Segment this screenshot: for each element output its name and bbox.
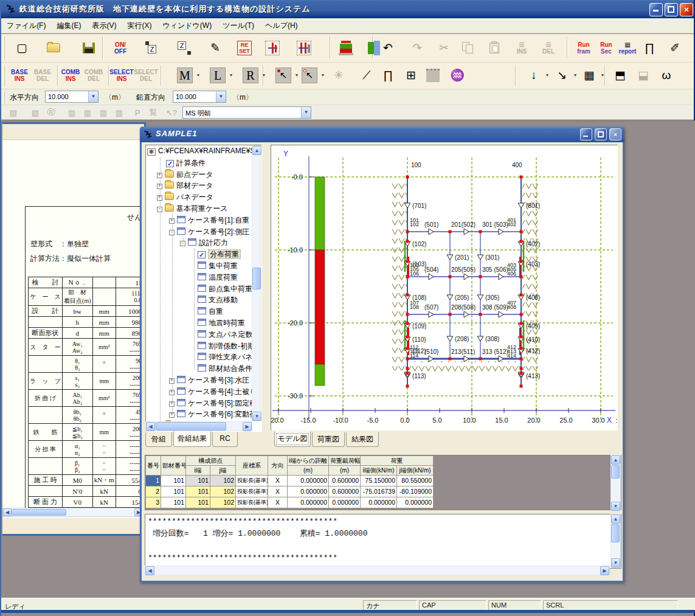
pick-member-button[interactable]: ↖ [299,65,320,86]
truss-gray-button[interactable]: ♒ [446,65,468,86]
edit-pencil-button[interactable]: ✎ [204,36,226,59]
tree-item-3[interactable]: +ケース番号[3]:水圧 [169,375,249,386]
run-frame-button[interactable]: Runfram [573,36,595,59]
view-gray-button[interactable]: ⬓ [632,65,654,86]
tree-item-CFCENAXRAINFRAMESA[interactable]: ✱C:¥FCENAX¥RAINFRAME¥SA [147,147,260,157]
new-document-button[interactable]: ▢ [11,36,33,59]
tree-item-12[interactable]: 節点集中荷重 [188,284,252,295]
tab-モデル図[interactable]: モデル図 [274,431,311,447]
tree-item-4[interactable]: +ケース番号[4]:土被り [169,387,257,398]
tree-expander-icon[interactable]: + [169,390,175,395]
frame-pi-button[interactable]: ∏ [377,65,399,86]
tree-item-10[interactable]: 集中荷重 [188,261,238,272]
sample1-close-button[interactable]: × [609,128,621,140]
close-button[interactable]: × [680,3,693,16]
model-figure-panel[interactable]: Y-0.0-10.0-20.0-30.0-20.0-15.0-10.0-5.00… [271,145,618,431]
tree-expander-icon[interactable]: + [169,218,175,224]
list-ran-icon[interactable]: 覧 [146,106,161,119]
tree-expander-icon[interactable]: + [157,184,162,189]
menu-item-4[interactable]: ウィンドウ(W) [157,18,217,33]
tree-item-17[interactable]: 割増係数-初期 [188,341,255,352]
print-icon[interactable]: ▤ [6,106,21,119]
tree-hscrollbar[interactable]: ◀ ▶ [145,421,252,431]
frame-grid-button[interactable]: ⊞ [400,65,422,86]
comb-ins-button[interactable]: COMBINS [60,65,81,86]
preview-z-icon[interactable]: ▧ [28,106,43,119]
tree-item-18[interactable]: 弾性支承バネ定 [188,352,260,363]
select-del-button[interactable]: SELECTDEL [135,65,157,86]
tree-expander-icon[interactable]: - [169,230,175,235]
frame-red-button[interactable]: ∏ [638,36,660,59]
zoom-out-z-button[interactable]: Z [173,36,195,59]
tree-expander-icon[interactable]: + [169,378,175,384]
mode-m-dropdown-icon[interactable]: ▼ [195,70,202,80]
menu-item-3[interactable]: 実行(X) [122,18,157,33]
tree-item-2[interactable]: +節点データ [157,170,213,181]
sample1-restore-button[interactable] [595,128,607,140]
tree-expander-icon[interactable]: + [157,195,162,201]
tree-item-8[interactable]: -設計応力 [180,238,228,249]
pick-gray-button[interactable]: ✳ [328,65,350,86]
tree-expander-icon[interactable]: - [180,241,185,246]
tree-expander-icon[interactable]: - [157,207,162,212]
member-fig-2-button[interactable] [293,36,315,59]
onoff-toggle-button[interactable]: ON/OFF [109,36,131,59]
redo-button[interactable]: ↷ [406,36,428,59]
comb-del-button[interactable]: COMBDEL [83,65,105,86]
tree-item-15[interactable]: 地震時荷重 [188,318,245,329]
menu-item-2[interactable]: 表示(V) [86,18,122,33]
zoom-in-z-button[interactable]: Z [141,36,163,59]
pick-node-button[interactable]: ↖ [272,65,294,86]
tab-結果図[interactable]: 結果図 [346,432,379,447]
row-insert-button[interactable]: ☰INS [511,36,533,59]
vertical-spacing-combobox[interactable]: 10.000▼ [173,91,226,103]
output-vscrollbar[interactable]: ▲ ▼ [610,514,621,568]
tree-item-9[interactable]: ✓分布荷重 [188,249,241,260]
base-ins-button[interactable]: BASEINS [9,65,30,86]
book-4-icon[interactable]: ▥ [112,106,126,119]
view-3d-button[interactable]: ⬒ [609,65,631,86]
cut-button[interactable]: ✂ [433,36,455,59]
soil-structure-button[interactable] [335,36,357,59]
load-grid-dropdown-icon[interactable]: ▼ [599,70,606,80]
row-delete-button[interactable]: ☰DEL [538,36,559,59]
load-slope-button[interactable]: ↘ [551,65,573,86]
menu-item-6[interactable]: ヘルプ(H) [260,18,303,33]
open-file-button[interactable] [44,36,66,59]
base-del-button[interactable]: BASEDEL [32,65,54,86]
load-table-row[interactable]: 3101101102投影長(基準)X0.0000000.0000000.0000… [146,497,434,508]
tree-item-2[interactable]: -ケース番号[2]:側圧 [169,227,249,238]
menu-item-1[interactable]: 編集(E) [51,18,86,33]
font-combobox[interactable]: MS 明朝▼ [182,106,311,119]
tree-item-3[interactable]: +部材データ [157,181,213,192]
paste-button[interactable] [484,36,506,59]
tree-expander-icon[interactable]: + [169,401,175,407]
book-2-icon[interactable]: ▥ [80,106,95,119]
tab-骨組[interactable]: 骨組 [145,432,172,447]
block-gray-button[interactable] [422,65,444,86]
grid-vscrollbar[interactable]: ▲ ▼ [610,455,621,511]
mode-r-button[interactable]: R [240,65,261,86]
draw-line-button[interactable]: ⟋ [356,65,378,86]
select-ins-button[interactable]: SELECTINS [111,65,133,86]
menu-item-0[interactable]: ファイル(F) [1,18,51,33]
tree-expander-icon[interactable]: + [157,173,162,178]
tab-荷重図[interactable]: 荷重図 [312,432,345,447]
pick-member-dropdown-icon[interactable]: ▼ [319,70,327,80]
print-p-icon[interactable]: P [130,106,145,119]
member-fig-1-button[interactable] [261,36,283,59]
load-vertical-button[interactable]: ↓ [523,65,545,86]
tree-item-5[interactable]: +ケース番号[5]:固定積 [169,398,257,409]
help-arrow-icon[interactable]: ↖? [164,106,179,119]
model-tree[interactable]: ✱C:¥FCENAX¥RAINFRAME¥SA✓計算条件+節点データ+部材データ… [145,145,262,432]
report-button[interactable]: ▤report [617,36,638,59]
load-table-row[interactable]: 2101101102投影長(基準)X0.0000000.600000-75.01… [146,486,434,497]
load-grid-button[interactable]: ▦ [578,65,600,86]
tree-vscrollbar[interactable]: ▲ ▼ [252,145,261,421]
output-hscrollbar[interactable]: ◀ ▶ [145,566,610,575]
tree-item-16[interactable]: 支点バネ定数( [188,330,255,341]
copy-button[interactable] [457,36,479,59]
load-table-row[interactable]: 1101101102投影長(基準)X0.0000000.60000075.150… [146,476,434,486]
docwin-hscrollbar[interactable]: ◀ ▶ [2,508,143,517]
report-r-icon[interactable]: Ⓡ [44,106,58,119]
